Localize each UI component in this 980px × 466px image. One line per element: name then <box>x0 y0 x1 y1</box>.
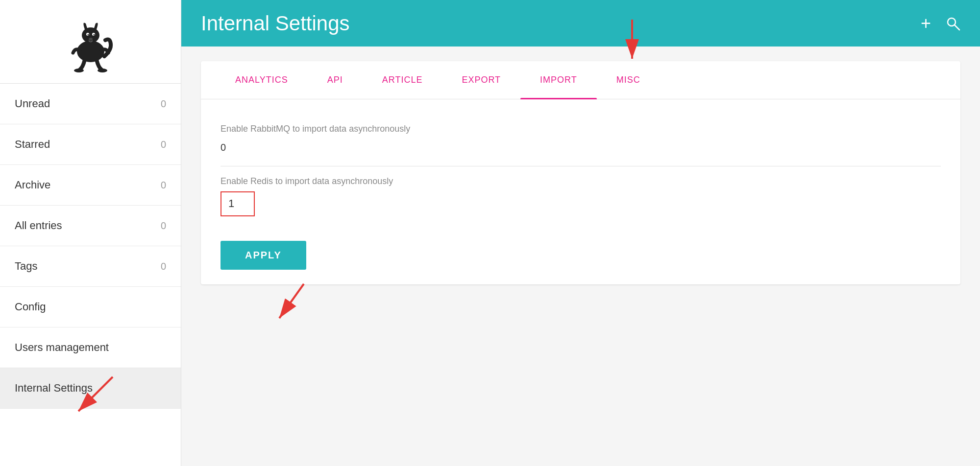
app-logo <box>61 15 120 73</box>
sidebar-item-unread[interactable]: Unread 0 <box>0 84 181 124</box>
tab-misc[interactable]: MISC <box>597 61 660 99</box>
tab-export[interactable]: EXPORT <box>442 61 520 99</box>
tab-analytics[interactable]: ANALYTICS <box>216 61 308 99</box>
tabs-bar: ANALYTICS API ARTICLE EXPORT IMPORT MISC <box>201 61 960 99</box>
tab-api[interactable]: API <box>308 61 363 99</box>
redis-label: Enable Redis to import data asynchronous… <box>220 176 941 186</box>
sidebar-count-tags: 0 <box>161 261 166 272</box>
sidebar-item-tags[interactable]: Tags 0 <box>0 246 181 287</box>
sidebar-label-all-entries: All entries <box>15 219 62 232</box>
svg-point-4 <box>87 34 89 36</box>
page-header: Internal Settings + <box>181 0 980 47</box>
add-button[interactable]: + <box>921 15 931 32</box>
sidebar-count-archive: 0 <box>161 180 166 191</box>
svg-point-0 <box>77 41 104 62</box>
svg-line-10 <box>955 25 959 30</box>
tab-article[interactable]: ARTICLE <box>363 61 442 99</box>
svg-point-1 <box>82 27 99 43</box>
svg-point-7 <box>74 69 84 72</box>
sidebar: Unread 0 Starred 0 Archive 0 All entries… <box>0 0 181 466</box>
sidebar-label-internal-settings: Internal Settings <box>15 382 93 395</box>
sidebar-item-internal-settings[interactable]: Internal Settings <box>0 368 181 409</box>
main-content: Internal Settings + ANALYTICS API AR <box>181 0 980 466</box>
sidebar-item-starred[interactable]: Starred 0 <box>0 124 181 165</box>
sidebar-item-config[interactable]: Config <box>0 287 181 327</box>
sidebar-count-all-entries: 0 <box>161 220 166 232</box>
content-area: ANALYTICS API ARTICLE EXPORT IMPORT MISC <box>181 47 980 466</box>
svg-point-6 <box>89 38 93 41</box>
header-actions: + <box>921 15 960 32</box>
sidebar-count-unread: 0 <box>161 98 166 110</box>
settings-panel: ANALYTICS API ARTICLE EXPORT IMPORT MISC <box>201 61 960 284</box>
rabbitmq-label: Enable RabbitMQ to import data asynchron… <box>220 124 941 134</box>
redis-setting-row: Enable Redis to import data asynchronous… <box>220 166 941 226</box>
rabbitmq-setting-row: Enable RabbitMQ to import data asynchron… <box>220 114 941 166</box>
sidebar-count-starred: 0 <box>161 139 166 150</box>
rabbitmq-value: 0 <box>220 139 941 156</box>
sidebar-item-users-management[interactable]: Users management <box>0 327 181 368</box>
apply-button[interactable]: APPLY <box>220 241 306 270</box>
sidebar-label-unread: Unread <box>15 97 50 110</box>
svg-point-5 <box>93 34 95 36</box>
search-button[interactable] <box>946 16 960 31</box>
sidebar-item-all-entries[interactable]: All entries 0 <box>0 206 181 246</box>
svg-point-8 <box>98 69 107 72</box>
sidebar-label-config: Config <box>15 301 46 313</box>
sidebar-label-tags: Tags <box>15 260 37 273</box>
sidebar-label-users-management: Users management <box>15 341 109 354</box>
sidebar-label-archive: Archive <box>15 179 50 191</box>
sidebar-item-archive[interactable]: Archive 0 <box>0 165 181 206</box>
tab-import[interactable]: IMPORT <box>520 61 597 99</box>
page-title: Internal Settings <box>201 12 350 35</box>
search-icon <box>946 16 960 31</box>
sidebar-label-starred: Starred <box>15 138 50 151</box>
redis-value: 1 <box>220 191 255 216</box>
settings-content: Enable RabbitMQ to import data asynchron… <box>201 99 960 284</box>
logo-area <box>0 0 181 84</box>
sidebar-nav: Unread 0 Starred 0 Archive 0 All entries… <box>0 84 181 466</box>
